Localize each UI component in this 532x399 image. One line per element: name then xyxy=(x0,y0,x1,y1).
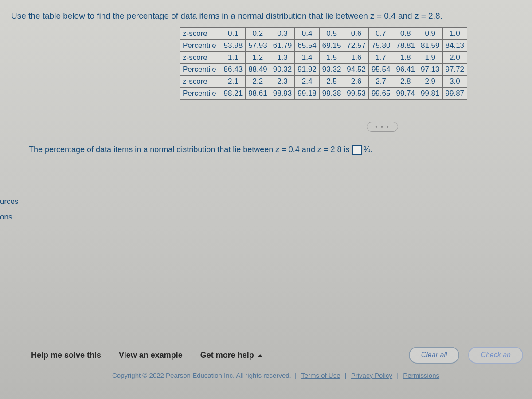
percentile-cell: 99.81 xyxy=(418,88,442,100)
sidebar-item-options[interactable]: ons xyxy=(0,213,19,222)
z-score-cell: 1.5 xyxy=(319,52,344,64)
z-score-cell: 1.8 xyxy=(393,52,418,64)
chevron-up-icon xyxy=(258,354,262,357)
separator: • • • xyxy=(233,122,532,132)
get-more-help-label: Get more help xyxy=(200,351,254,360)
bottom-bar: Help me solve this View an example Get m… xyxy=(31,347,532,364)
z-score-cell: 0.9 xyxy=(418,28,442,40)
z-score-cell: 0.5 xyxy=(319,28,344,40)
z-score-cell: 2.0 xyxy=(442,52,467,64)
percentile-cell: 90.32 xyxy=(270,64,295,76)
help-me-solve-link[interactable]: Help me solve this xyxy=(31,351,101,360)
percentile-cell: 81.59 xyxy=(418,40,442,52)
view-example-link[interactable]: View an example xyxy=(119,351,183,360)
privacy-link[interactable]: Privacy Policy xyxy=(351,372,392,379)
percentile-row-label: Percentile xyxy=(180,88,221,100)
percentile-cell: 98.93 xyxy=(270,88,295,100)
percentile-cell: 96.41 xyxy=(393,64,418,76)
percentile-cell: 99.87 xyxy=(442,88,467,100)
permissions-link[interactable]: Permissions xyxy=(403,372,439,379)
z-score-cell: 0.7 xyxy=(368,28,393,40)
percentile-cell: 99.65 xyxy=(368,88,393,100)
percentile-cell: 53.98 xyxy=(221,40,246,52)
percentile-cell: 57.93 xyxy=(246,40,270,52)
percentile-cell: 97.13 xyxy=(418,64,442,76)
percentile-cell: 93.32 xyxy=(319,64,344,76)
percentile-cell: 91.92 xyxy=(295,64,320,76)
z-score-cell: 0.3 xyxy=(270,28,295,40)
z-score-cell: 1.0 xyxy=(442,28,467,40)
z-score-cell: 2.8 xyxy=(393,76,418,88)
check-answer-button[interactable]: Check an xyxy=(468,347,523,364)
z-score-cell: 2.7 xyxy=(368,76,393,88)
z-score-cell: 0.2 xyxy=(246,28,270,40)
main-container: Use the table below to find the percenta… xyxy=(0,0,532,399)
z-score-cell: 2.4 xyxy=(295,76,320,88)
get-more-help-link[interactable]: Get more help xyxy=(200,351,262,360)
percentile-cell: 65.54 xyxy=(295,40,320,52)
z-score-cell: 2.6 xyxy=(344,76,369,88)
answer-input[interactable] xyxy=(352,145,362,155)
z-score-cell: 2.5 xyxy=(319,76,344,88)
z-score-cell: 3.0 xyxy=(442,76,467,88)
answer-prefix: The percentage of data items in a normal… xyxy=(29,145,349,154)
answer-section: The percentage of data items in a normal… xyxy=(29,145,532,155)
sidebar-item-resources[interactable]: urces xyxy=(0,197,19,206)
z-score-cell: 0.6 xyxy=(344,28,369,40)
z-score-cell: 2.9 xyxy=(418,76,442,88)
z-score-cell: 1.2 xyxy=(246,52,270,64)
z-score-table-wrapper: z-score0.10.20.30.40.50.60.70.80.91.0Per… xyxy=(180,27,532,100)
percentile-cell: 75.80 xyxy=(368,40,393,52)
percentile-cell: 97.72 xyxy=(442,64,467,76)
copyright-text: Copyright © 2022 Pearson Education Inc. … xyxy=(112,372,291,379)
percentile-cell: 98.21 xyxy=(221,88,246,100)
percentile-cell: 99.38 xyxy=(319,88,344,100)
z-score-cell: 1.3 xyxy=(270,52,295,64)
z-score-cell: 2.1 xyxy=(221,76,246,88)
z-score-cell: 1.4 xyxy=(295,52,320,64)
z-score-cell: 1.9 xyxy=(418,52,442,64)
percentile-cell: 69.15 xyxy=(319,40,344,52)
percentile-cell: 99.18 xyxy=(295,88,320,100)
z-score-cell: 2.2 xyxy=(246,76,270,88)
z-score-table: z-score0.10.20.30.40.50.60.70.80.91.0Per… xyxy=(180,27,467,100)
percentile-cell: 94.52 xyxy=(344,64,369,76)
percentile-cell: 72.57 xyxy=(344,40,369,52)
z-score-cell: 1.7 xyxy=(368,52,393,64)
percentile-row-label: Percentile xyxy=(180,40,221,52)
problem-statement: Use the table below to find the percenta… xyxy=(11,11,532,21)
dots-icon: • • • xyxy=(367,122,398,132)
right-buttons: Clear all Check an xyxy=(409,347,523,364)
percentile-cell: 99.74 xyxy=(393,88,418,100)
z-score-cell: 0.8 xyxy=(393,28,418,40)
percentile-cell: 84.13 xyxy=(442,40,467,52)
answer-suffix: %. xyxy=(363,145,372,154)
z-score-row-label: z-score xyxy=(180,52,221,64)
z-score-cell: 0.1 xyxy=(221,28,246,40)
percentile-cell: 88.49 xyxy=(246,64,270,76)
percentile-cell: 86.43 xyxy=(221,64,246,76)
left-sidebar: urces ons xyxy=(0,191,19,228)
z-score-row-label: z-score xyxy=(180,76,221,88)
z-score-cell: 2.3 xyxy=(270,76,295,88)
percentile-cell: 95.54 xyxy=(368,64,393,76)
z-score-row-label: z-score xyxy=(180,28,221,40)
percentile-row-label: Percentile xyxy=(180,64,221,76)
z-score-cell: 0.4 xyxy=(295,28,320,40)
terms-link[interactable]: Terms of Use xyxy=(301,372,340,379)
percentile-cell: 99.53 xyxy=(344,88,369,100)
percentile-cell: 78.81 xyxy=(393,40,418,52)
footer: Copyright © 2022 Pearson Education Inc. … xyxy=(11,372,532,379)
percentile-cell: 61.79 xyxy=(270,40,295,52)
z-score-cell: 1.6 xyxy=(344,52,369,64)
percentile-cell: 98.61 xyxy=(246,88,270,100)
z-score-cell: 1.1 xyxy=(221,52,246,64)
clear-all-button[interactable]: Clear all xyxy=(409,347,460,364)
